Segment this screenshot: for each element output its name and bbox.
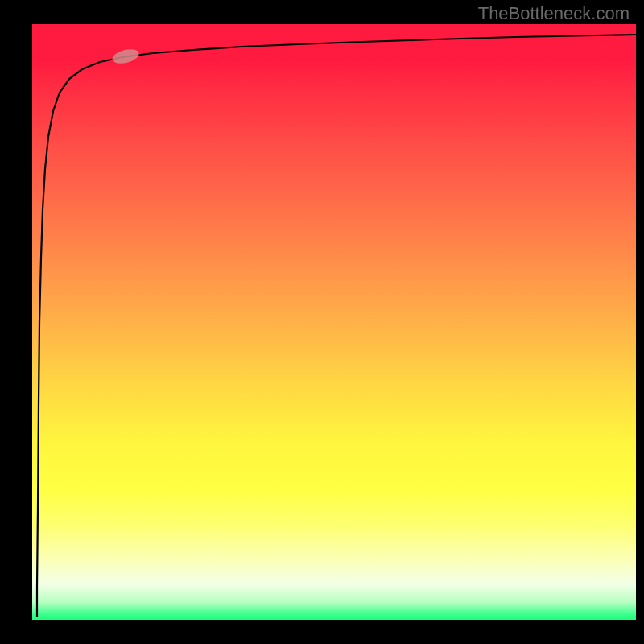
bottleneck-curve-line (37, 35, 636, 617)
chart-svg (32, 24, 636, 620)
chart-plot-area (32, 24, 636, 620)
watermark-text: TheBottleneck.com (478, 3, 630, 24)
current-point-marker (111, 47, 141, 66)
